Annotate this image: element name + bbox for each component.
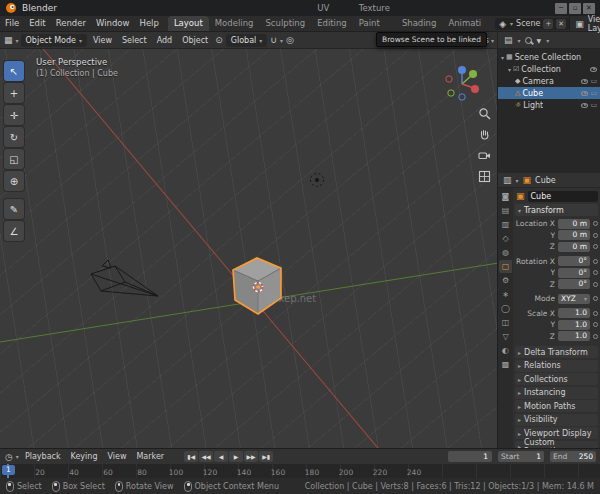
outliner-row-camera[interactable]: ◆ Camera ▭ — [498, 75, 600, 87]
scale-z-field[interactable]: 1.0 — [558, 331, 590, 341]
outliner-row-scene-collection[interactable]: ▾ ▦ Scene Collection — [498, 51, 600, 63]
editor-type-timeline-icon[interactable]: ◷ — [4, 452, 14, 462]
rotation-z-field[interactable]: 0° — [558, 279, 590, 289]
proportional-editing-icon[interactable]: ◎ — [285, 35, 295, 45]
menu-file[interactable]: File — [0, 16, 24, 31]
scene-name-field[interactable]: Scene — [516, 19, 540, 28]
outliner-row-collection[interactable]: ▾ ☑ Collection — [498, 63, 600, 75]
tool-measure[interactable]: ∠ — [4, 221, 24, 241]
tool-annotate[interactable]: ✎ — [4, 199, 24, 219]
tool-transform[interactable]: ⊕ — [4, 171, 24, 191]
section-custom-properties[interactable]: ▸ Custom Properties — [515, 441, 598, 449]
rotation-mode-dropdown[interactable]: XYZ ▾ — [558, 294, 590, 304]
render-visibility-icon[interactable]: ▭ — [590, 91, 597, 96]
menu-marker[interactable]: Marker — [132, 452, 168, 461]
menu-playback[interactable]: Playback — [21, 452, 65, 461]
current-frame-field[interactable]: 1 — [448, 451, 492, 462]
animate-decorator-icon[interactable] — [593, 334, 598, 339]
frame-start-field[interactable]: Start 1 — [498, 451, 544, 462]
view-layer-name[interactable]: View Layer — [588, 15, 600, 33]
outliner-label[interactable]: Scene Collection — [515, 53, 582, 62]
visibility-eye-icon[interactable] — [581, 79, 588, 84]
navigation-gizmo[interactable] — [443, 63, 481, 101]
tab-particles[interactable]: ∗ — [499, 288, 512, 301]
editor-type-dropdown-icon[interactable]: ▾ — [16, 453, 19, 460]
menu-view[interactable]: View — [103, 452, 130, 461]
section-collections[interactable]: ▸ Collections — [515, 373, 598, 385]
tool-move[interactable]: ✛ — [4, 105, 24, 125]
tab-output[interactable]: ▤ — [499, 204, 512, 217]
snap-dropdown-icon[interactable]: ▾ — [280, 37, 283, 44]
scale-x-field[interactable]: 1.0 — [558, 308, 590, 318]
transform-pivot-icon[interactable]: ⊙ — [214, 35, 224, 45]
outliner-label[interactable]: Camera — [522, 77, 553, 86]
tab-layout[interactable]: Layout — [168, 16, 209, 31]
animate-decorator-icon[interactable] — [593, 282, 598, 287]
camera-object[interactable] — [86, 259, 164, 311]
menu-view[interactable]: View — [89, 36, 116, 45]
outliner-label[interactable]: Collection — [521, 65, 561, 74]
tab-scene[interactable]: ◇ — [499, 232, 512, 245]
view-layer-selector[interactable]: ▣ View Layer ▭ — [569, 16, 600, 31]
tab-constraints[interactable]: ◫ — [499, 316, 512, 329]
tool-rotate[interactable]: ↻ — [4, 127, 24, 147]
3d-viewport[interactable]: ↖ + ✛ ↻ ◱ ⊕ ✎ ∠ User Perspective (1) Col… — [0, 49, 497, 448]
unlink-scene-button[interactable]: ✕ — [556, 19, 566, 29]
tab-material[interactable]: ◐ — [499, 344, 512, 357]
location-z-field[interactable]: 0 m — [558, 242, 590, 252]
minimize-button[interactable]: ─ — [555, 3, 567, 14]
animate-decorator-icon[interactable] — [593, 311, 598, 316]
tab-world[interactable]: ◍ — [499, 246, 512, 259]
tab-object-data[interactable]: ▽ — [499, 330, 512, 343]
editor-type-dropdown-icon[interactable]: ▾ — [516, 177, 519, 184]
tab-animation[interactable]: Animati — [442, 16, 487, 31]
render-visibility-icon[interactable]: ▭ — [590, 79, 597, 84]
perspective-grid-icon[interactable] — [478, 170, 491, 183]
tab-render[interactable]: ◙ — [499, 190, 512, 203]
collection-checkbox-icon[interactable]: ☑ — [513, 65, 519, 73]
animate-decorator-icon[interactable] — [593, 233, 598, 238]
mode-dropdown[interactable]: Object Mode ▾ — [21, 34, 87, 47]
menu-object[interactable]: Object — [178, 36, 212, 45]
orientation-dropdown[interactable]: Global ▾ — [226, 34, 268, 47]
animate-decorator-icon[interactable] — [593, 322, 598, 327]
tab-shading[interactable]: Shading — [396, 16, 443, 31]
menu-select[interactable]: Select — [118, 36, 151, 45]
tool-select-box[interactable]: ↖ — [4, 61, 24, 81]
cube-object[interactable] — [221, 254, 293, 320]
animate-decorator-icon[interactable] — [593, 221, 598, 226]
previous-keyframe-button[interactable]: ◀◀ — [199, 451, 213, 462]
visibility-eye-icon[interactable] — [581, 103, 588, 108]
outliner-label[interactable]: Light — [523, 101, 543, 110]
snap-magnet-icon[interactable]: ∪ — [269, 35, 278, 45]
outliner-label[interactable]: Cube — [522, 89, 543, 98]
close-button[interactable]: ✕ — [583, 3, 595, 14]
visibility-eye-icon[interactable] — [590, 67, 597, 72]
light-object[interactable] — [306, 169, 328, 191]
editor-type-outliner-icon[interactable]: ▤ — [503, 35, 514, 45]
play-button[interactable]: ▶ — [229, 451, 243, 462]
camera-view-icon[interactable] — [478, 149, 491, 162]
transform-panel-header[interactable]: ▾ Transform — [515, 204, 598, 216]
location-x-field[interactable]: 0 m — [558, 219, 590, 229]
tab-sculpting[interactable]: Sculpting — [259, 16, 311, 31]
zoom-icon[interactable] — [478, 107, 491, 120]
tab-object[interactable]: ▢ — [499, 260, 512, 273]
animate-decorator-icon[interactable] — [593, 270, 598, 275]
visibility-eye-icon[interactable] — [581, 91, 588, 96]
section-relations[interactable]: ▸ Relations — [515, 360, 598, 372]
tool-cursor[interactable]: + — [4, 83, 24, 103]
object-name-field[interactable]: Cube — [528, 191, 598, 202]
tab-view-layer[interactable]: ▥ — [499, 218, 512, 231]
filter-icon[interactable]: ▼ — [536, 37, 543, 44]
tab-modeling[interactable]: Modeling — [209, 16, 260, 31]
location-y-field[interactable]: 0 m — [558, 230, 590, 240]
rotation-y-field[interactable]: 0° — [558, 268, 590, 278]
menu-render[interactable]: Render — [51, 16, 91, 31]
tab-texture[interactable]: ▩ — [499, 358, 512, 371]
new-scene-button[interactable]: + — [543, 19, 553, 29]
frame-end-field[interactable]: End 250 — [550, 451, 596, 462]
jump-to-start-button[interactable]: ▮◀ — [184, 451, 198, 462]
tab-modifiers[interactable]: ⚙ — [499, 274, 512, 287]
scene-selector[interactable]: ◈ ▾ Scene + ✕ — [495, 18, 569, 30]
